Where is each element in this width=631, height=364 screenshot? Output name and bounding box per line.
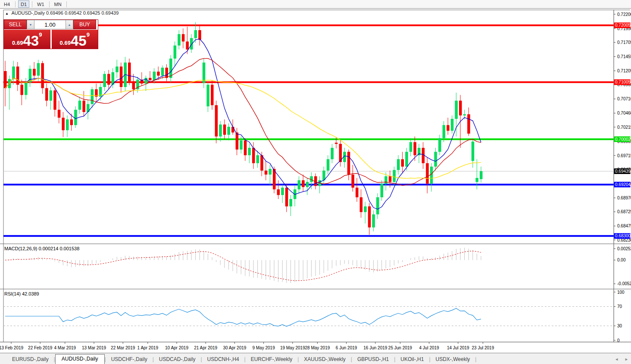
timeframe-button-h4[interactable]: H4 [1,0,12,8]
volume-decrease-button[interactable]: ▼ [27,20,34,29]
candle [16,66,19,84]
timeframe-button-w1[interactable]: W1 [35,0,47,8]
candle [231,127,234,132]
chart-tab-ukoil-h1[interactable]: UKOil-,H1 [395,355,429,364]
chart-tab-eurusd-daily[interactable]: EURUSD-,Daily [7,355,54,364]
candle [203,62,206,83]
macd-axis-tick: -0.005234 [617,281,631,286]
candle [256,155,259,163]
price-axis-tick: 0.71455 [617,54,631,59]
sell-button[interactable]: SELL [4,20,27,29]
sell-price-display[interactable]: 0.69 43 9 [4,30,50,49]
timeframe-button-d1[interactable]: D1 [18,0,29,8]
candle [447,125,450,131]
one-click-trading-panel: SELL ▼ ▲ BUY 0.69 43 9 0.69 45 9 [3,19,98,49]
candle [463,114,466,115]
price-axis-tick: 0.69715 [617,153,631,158]
timeframe-toolbar: H4D1W1MN [0,0,631,9]
candle [381,184,384,197]
candle [368,206,371,227]
candle [25,82,28,95]
rsi-indicator-label: RSI(14) 42.0389 [4,291,39,296]
chart-title: ▲ AUDUSD-,Daily 0.69496 0.69542 0.69425 … [5,10,119,16]
candle [480,171,483,179]
toolbar-separator [15,1,16,7]
candle [157,72,160,75]
candle [443,125,446,138]
date-axis-label: 4 Mar 2019 [54,345,76,350]
date-axis-label: 1 Apr 2019 [137,345,159,350]
candle [252,148,255,163]
buy-button[interactable]: BUY [73,20,96,29]
candle [459,101,462,115]
chart-ohlc-values: 0.69496 0.69542 0.69425 0.69439 [46,10,119,16]
date-axis-label: 28 May 2019 [305,345,330,350]
chart-tab-usdchf-daily[interactable]: USDCHF-,Daily [106,355,153,364]
volume-input[interactable] [34,20,66,29]
candle [285,188,288,207]
candle [91,89,94,104]
sell-price-big: 43 [23,35,39,47]
candle [351,174,354,187]
candle [472,142,475,161]
price-axis-tick: 0.68475 [617,224,631,228]
macd-axis-tick: 0.00 [617,258,626,262]
candle [430,167,433,184]
candle [269,169,272,174]
tab-separator: | [475,356,476,364]
chart-tab-usdx-weekly[interactable]: USDX-,Weekly [431,355,475,364]
candle [277,190,280,195]
candle [120,66,123,87]
candle [74,110,77,125]
candle [244,140,247,155]
candle [335,143,338,144]
candle [356,188,359,197]
candle [331,148,334,159]
date-axis-label: 4 Jul 2019 [419,345,440,350]
price-axis-tick: 0.72200 [617,12,631,17]
candle [260,155,263,171]
candle [467,114,470,134]
candle [240,140,243,149]
candle [58,110,61,118]
candle [393,170,396,182]
chart-tab-usdcad-daily[interactable]: USDCAD-,Daily [154,355,201,364]
chart-tab-xauusd-weekly[interactable]: XAUUSD-,Weekly [299,355,350,364]
toolbar-separator [66,1,67,7]
svg-text:0.69439: 0.69439 [615,169,631,174]
candle [306,182,309,187]
candle [475,178,478,182]
sell-price-sup: 9 [39,31,42,38]
candle [360,197,363,212]
timeframe-button-mn[interactable]: MN [52,0,64,8]
date-axis-label: 21 Apr 2019 [194,345,217,350]
candle [194,30,197,38]
candle [33,69,36,76]
candle [227,127,230,134]
candle [107,74,110,85]
chart-tab-audusd-daily[interactable]: AUDUSD-,Daily [55,354,105,364]
candle [327,159,330,171]
candle [289,199,292,206]
svg-text:0.70002: 0.70002 [615,137,631,142]
candle [165,68,168,78]
volume-increase-button[interactable]: ▲ [66,20,73,29]
chart-tab-eurchf-weekly[interactable]: EURCHF-,Weekly [246,355,297,364]
buy-price-sup: 9 [87,31,90,38]
candle [45,88,48,101]
tab-scroll-left-icon[interactable]: ◄ [615,357,619,361]
chart-tab-usdcnh-h4[interactable]: USDCNH-,H4 [202,355,244,364]
date-axis-label: 9 May 2019 [252,345,275,350]
price-axis-tick: 0.70710 [617,96,631,101]
candle [182,34,185,41]
date-axis-label: 30 Apr 2019 [223,345,246,350]
price-axis-tick: 0.68970 [617,196,631,200]
candle [128,62,131,81]
tab-scroll-right-icon[interactable]: ► [625,357,628,361]
tab-scroll-buttons: ◄ ► [615,357,628,361]
date-axis-label: 6 Jun 2019 [336,345,357,350]
buy-price-display[interactable]: 0.69 45 9 [52,30,98,49]
price-chart-canvas[interactable]: 0.722000.719500.717050.714550.712050.709… [0,9,631,353]
date-axis-label: 19 May 2019 [280,345,305,350]
chart-tab-gbpusd-h1[interactable]: GBPUSD-,H1 [352,355,394,364]
